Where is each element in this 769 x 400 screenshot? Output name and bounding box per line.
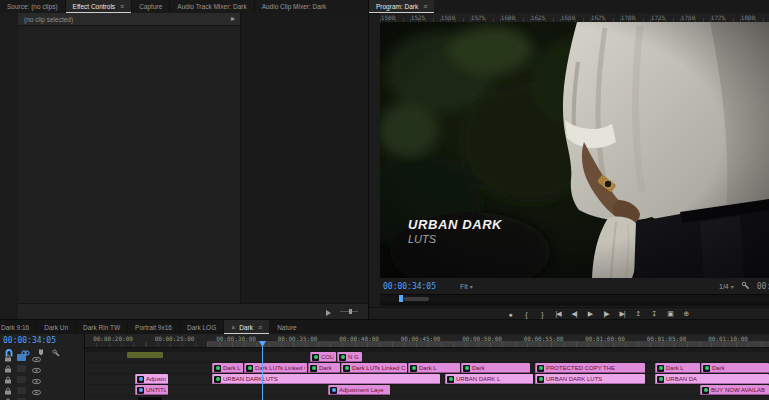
timeline-clip[interactable]: URBAN DARKLUTS <box>212 374 440 384</box>
track-target-toggle[interactable] <box>17 376 26 383</box>
tab-source-no-clips[interactable]: Source: (no clips) <box>0 0 65 13</box>
clip-label: URBAN DA <box>666 376 697 382</box>
timeline-clip[interactable]: UNTITLED <box>135 385 168 395</box>
fx-badge-icon <box>137 387 144 394</box>
fx-badge-icon <box>702 387 709 394</box>
export-frame-icon: ▣ <box>667 310 673 317</box>
timeline-clip[interactable]: Adjustme <box>135 374 168 384</box>
timeline-clip[interactable]: Dark LUTs Li <box>212 363 243 373</box>
extract-button[interactable]: ↧ <box>649 310 659 318</box>
tab-label: Capture <box>139 3 162 10</box>
track-target-toggle[interactable] <box>17 365 26 372</box>
lift-button[interactable]: ↥ <box>633 310 643 318</box>
mark-out-button[interactable]: } <box>537 311 547 318</box>
play-audio-icon[interactable] <box>325 303 332 320</box>
ruler-number: 1650 <box>561 14 575 21</box>
fx-badge-icon <box>137 376 144 383</box>
toggle-track-output-icon[interactable] <box>32 392 41 400</box>
tab-effect-controls[interactable]: Effect Controls≡ <box>65 0 132 13</box>
timeline-clip[interactable]: Dark <box>461 363 530 373</box>
chevron-down-icon: ▾ <box>470 283 473 290</box>
tab-audio-clip-mixer-dark[interactable]: Audio Clip Mixer: Dark <box>254 0 334 13</box>
tab-nature[interactable]: Nature <box>269 320 304 334</box>
timeline-clip[interactable]: PROTECTED COPY THE <box>535 363 645 373</box>
clip-label: Dark <box>712 365 725 371</box>
tab-audio-track-mixer-dark[interactable]: Audio Track Mixer: Dark <box>169 0 253 13</box>
settings-wrench-icon[interactable] <box>741 281 750 291</box>
clip-selector-bar[interactable]: (no clip selected) ▸ <box>18 13 240 26</box>
program-scrollbar[interactable] <box>380 302 769 306</box>
ruler-timecode: 00:00:25:00 <box>155 335 195 342</box>
timeline-clip[interactable]: COLD <box>310 352 336 362</box>
tab-label: Dark 9:16 <box>1 324 29 331</box>
step-back-button[interactable]: ◀| <box>569 310 579 318</box>
panel-menu-icon[interactable]: ≡ <box>258 324 262 331</box>
tab-program-dark[interactable]: Program: Dark≡ <box>369 0 434 13</box>
timeline-current-timecode[interactable]: 00:00:34:05 <box>3 336 56 345</box>
tab-label: Nature <box>277 324 297 331</box>
timeline-clip[interactable]: URBAN DARK L <box>445 374 533 384</box>
program-tabbar: Program: Dark≡ <box>369 0 769 14</box>
timeline-ruler[interactable]: 00:00:20:0000:00:25:0000:00:30:0000:00:3… <box>84 334 769 348</box>
timeline-clip[interactable]: Dark L <box>408 363 460 373</box>
export-frame-button[interactable]: ▣ <box>665 310 675 318</box>
panel-menu-icon[interactable]: ≡ <box>120 3 124 10</box>
zoom-level-dropdown[interactable]: Fit ▾ <box>460 283 473 290</box>
tab-dark-rin-tw[interactable]: Dark Rin TW <box>75 320 127 334</box>
clip-selector-label: (no clip selected) <box>24 16 73 23</box>
timeline-clip[interactable]: URBAN DA <box>655 374 769 384</box>
timeline-clip[interactable] <box>137 396 163 400</box>
zoom-slider-knob[interactable] <box>349 309 352 314</box>
ruler-number: 1700 <box>621 14 635 21</box>
timeline-settings-wrench-icon[interactable] <box>52 349 60 357</box>
tab-capture[interactable]: Capture <box>131 0 169 13</box>
timeline-playhead[interactable] <box>262 341 263 400</box>
tab-portrait-9x16[interactable]: Portrait 9x16 <box>127 320 179 334</box>
clip-label: Dark L <box>666 365 684 371</box>
timeline-clip[interactable]: Dark L <box>655 363 700 373</box>
playback-resolution-dropdown[interactable]: 1/4 ▾ <box>719 283 734 290</box>
go-to-out-button[interactable]: ▶| <box>617 310 627 318</box>
tab-dark-log[interactable]: Dark LOG <box>179 320 223 334</box>
track-target-toggle[interactable] <box>17 387 26 394</box>
timeline-tabbar: Dark 9:16Dark UnDark Rin TWPortrait 9x16… <box>0 320 769 335</box>
panel-menu-icon[interactable]: ≡ <box>423 3 427 10</box>
fx-badge-icon <box>330 387 337 394</box>
timeline-clip[interactable]: Dark LUTs Linked C <box>244 363 307 373</box>
zoom-level-value: Fit <box>460 283 468 290</box>
tab-label: Dark Un <box>44 324 68 331</box>
lock-track-icon[interactable] <box>5 392 11 400</box>
go-to-in-button[interactable]: |◀ <box>553 310 563 318</box>
timeline-clip[interactable]: BUY NOW AVAILAB <box>700 385 769 395</box>
effect-properties-area <box>18 26 240 304</box>
timeline-clip[interactable]: Adjustment Laye <box>328 385 390 395</box>
timeline-clip[interactable]: URBAN DARK LUTS <box>535 374 645 384</box>
program-video-frame: URBAN DARK LUTS <box>380 22 769 278</box>
add-marker-button[interactable]: ● <box>505 311 515 318</box>
tab-dark[interactable]: ×Dark≡ <box>223 320 269 334</box>
tab-dark-un[interactable]: Dark Un <box>36 320 75 334</box>
timeline-clip[interactable]: Dark LUTs Linked Comp Kit Dark <box>341 363 407 373</box>
step-forward-button[interactable]: |▶ <box>601 310 611 318</box>
track-target-toggle[interactable] <box>17 354 26 361</box>
timeline-clip[interactable]: N G <box>337 352 362 362</box>
timeline-clip[interactable]: Dark <box>308 363 340 373</box>
fx-badge-icon <box>214 365 221 372</box>
timeline-clip[interactable]: Dark <box>701 363 769 373</box>
scrubber-zoom-handle[interactable] <box>403 297 429 301</box>
clip-label: Dark <box>319 365 332 371</box>
timeline-clip[interactable] <box>127 352 163 358</box>
button-editor-button[interactable]: ⊕ <box>681 310 691 318</box>
play-button[interactable]: ▶ <box>585 310 595 318</box>
ruler-timecode: 00:00:40:00 <box>339 335 379 342</box>
close-icon[interactable]: × <box>231 324 235 331</box>
program-monitor-panel: Program: Dark≡ 1500152515501575160016251… <box>369 0 769 319</box>
timeline-view-toggle-icon[interactable]: ▸ <box>231 15 235 23</box>
fx-dot-icon <box>412 366 416 370</box>
tab-dark-9-16[interactable]: Dark 9:16 <box>0 320 36 334</box>
timeline-tracks: COLDN GDark LUTs LiDark LUTs Linked CDar… <box>0 347 769 400</box>
mark-in-button[interactable]: { <box>521 311 531 318</box>
zoom-slider[interactable] <box>340 311 358 312</box>
program-current-timecode[interactable]: 00:00:34:05 <box>383 282 436 291</box>
tab-label: Dark LOG <box>187 324 216 331</box>
